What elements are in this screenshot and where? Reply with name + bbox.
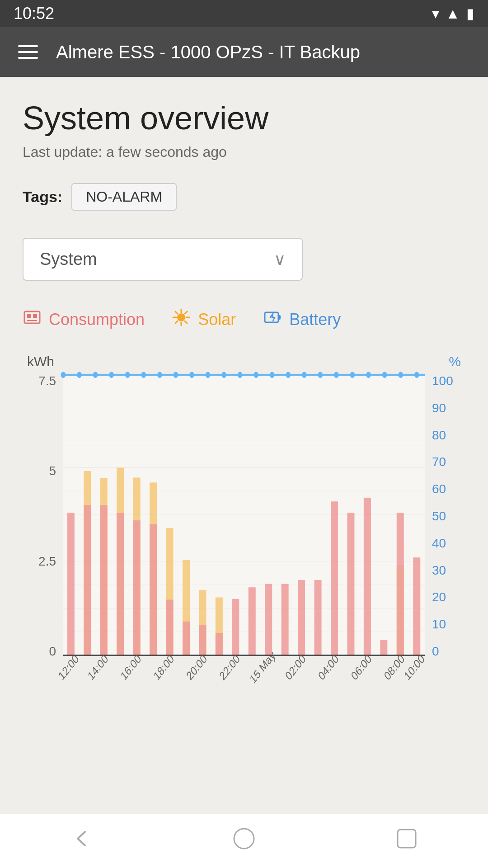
svg-point-87 xyxy=(238,372,243,378)
legend-row: Consumption Solar xyxy=(23,308,465,331)
y-right-100: 100 xyxy=(432,374,453,388)
chart-plot-area: 12:00 14:00 16:00 18:00 20:00 22:00 15 M… xyxy=(63,374,425,690)
svg-rect-62 xyxy=(216,633,223,655)
chart-wrapper: 7.5 5 2.5 0 xyxy=(23,374,465,690)
svg-line-9 xyxy=(175,311,178,314)
svg-rect-59 xyxy=(166,599,174,655)
wifi-icon: ▾ xyxy=(432,5,439,22)
svg-rect-68 xyxy=(314,580,322,655)
consumption-icon xyxy=(23,308,42,331)
chevron-down-icon: ∨ xyxy=(274,250,286,269)
no-alarm-tag[interactable]: NO-ALARM xyxy=(71,183,177,211)
y-left-7.5: 7.5 xyxy=(38,374,56,388)
svg-rect-54 xyxy=(84,505,91,655)
svg-point-98 xyxy=(414,372,419,378)
status-time: 10:52 xyxy=(14,4,432,23)
svg-rect-56 xyxy=(117,513,124,655)
tags-row: Tags: NO-ALARM xyxy=(23,183,465,211)
svg-text:04:00: 04:00 xyxy=(316,652,341,683)
app-bar: Almere ESS - 1000 OPzS - IT Backup xyxy=(0,27,488,77)
legend-battery[interactable]: Battery xyxy=(263,308,341,331)
legend-consumption[interactable]: Consumption xyxy=(23,308,145,331)
y-right-40: 40 xyxy=(432,536,446,551)
battery-icon xyxy=(263,308,282,331)
svg-rect-61 xyxy=(199,625,206,655)
svg-rect-73 xyxy=(397,513,404,655)
svg-point-92 xyxy=(318,372,323,378)
svg-text:08:00: 08:00 xyxy=(382,652,407,683)
svg-rect-67 xyxy=(298,580,305,655)
svg-text:02:00: 02:00 xyxy=(283,652,308,683)
y-right-90: 90 xyxy=(432,401,446,415)
home-icon xyxy=(230,825,258,858)
svg-point-97 xyxy=(398,372,403,378)
svg-rect-60 xyxy=(183,622,190,655)
y-right-70: 70 xyxy=(432,455,446,469)
chart-y-left-label: kWh xyxy=(27,354,54,369)
y-right-60: 60 xyxy=(432,482,446,496)
svg-rect-57 xyxy=(133,520,141,655)
svg-point-82 xyxy=(157,372,162,378)
svg-point-4 xyxy=(177,313,185,321)
svg-rect-72 xyxy=(380,640,387,656)
svg-point-79 xyxy=(109,372,114,378)
y-right-80: 80 xyxy=(432,428,446,443)
svg-text:16:00: 16:00 xyxy=(118,652,143,683)
y-right-30: 30 xyxy=(432,563,446,578)
svg-text:18:00: 18:00 xyxy=(151,652,176,683)
svg-rect-63 xyxy=(232,599,239,655)
svg-point-84 xyxy=(189,372,194,378)
signal-icon: ▲ xyxy=(446,5,460,22)
status-icons: ▾ ▲ ▮ xyxy=(432,5,474,22)
svg-point-83 xyxy=(174,372,178,378)
svg-rect-65 xyxy=(265,584,272,655)
svg-rect-58 xyxy=(150,524,157,656)
y-right-10: 10 xyxy=(432,617,446,632)
svg-rect-74 xyxy=(413,557,420,655)
svg-text:06:00: 06:00 xyxy=(349,652,374,683)
y-left-2.5: 2.5 xyxy=(38,554,56,569)
y-left-5: 5 xyxy=(49,464,56,478)
y-right-20: 20 xyxy=(432,590,446,604)
chart-container: kWh % 7.5 5 2.5 0 xyxy=(23,354,465,690)
y-right-0: 0 xyxy=(432,644,439,659)
svg-point-95 xyxy=(366,372,371,378)
svg-point-76 xyxy=(61,372,66,378)
legend-solar[interactable]: Solar xyxy=(172,308,236,331)
svg-point-90 xyxy=(286,372,291,378)
bottom-nav xyxy=(0,814,488,868)
main-content: System overview Last update: a few secon… xyxy=(0,77,488,708)
svg-text:14:00: 14:00 xyxy=(85,652,110,683)
page-title: System overview xyxy=(23,99,465,137)
svg-rect-1 xyxy=(27,314,31,318)
last-update-text: Last update: a few seconds ago xyxy=(23,144,465,160)
battery-charging-icon: ▮ xyxy=(466,5,474,22)
svg-point-81 xyxy=(141,372,146,378)
svg-rect-69 xyxy=(331,501,338,655)
svg-point-88 xyxy=(253,372,258,378)
status-bar: 10:52 ▾ ▲ ▮ xyxy=(0,0,488,27)
svg-point-112 xyxy=(234,829,254,849)
consumption-label: Consumption xyxy=(49,310,145,329)
menu-icon xyxy=(393,825,420,858)
nav-menu-button[interactable] xyxy=(393,825,420,858)
svg-text:10:00: 10:00 xyxy=(402,652,427,683)
svg-line-10 xyxy=(185,321,187,323)
chart-y-axis-left: 7.5 5 2.5 0 xyxy=(23,374,63,690)
svg-point-94 xyxy=(350,372,355,378)
system-dropdown[interactable]: System ∨ xyxy=(23,238,303,281)
svg-text:20:00: 20:00 xyxy=(184,652,209,683)
nav-back-button[interactable] xyxy=(68,825,95,858)
svg-rect-71 xyxy=(364,498,371,655)
nav-home-button[interactable] xyxy=(230,825,258,858)
svg-rect-66 xyxy=(282,584,289,655)
y-right-50: 50 xyxy=(432,509,446,524)
svg-point-93 xyxy=(334,372,339,378)
chart-axes-labels: kWh % xyxy=(23,354,465,369)
svg-point-85 xyxy=(206,372,211,378)
svg-rect-2 xyxy=(33,314,37,318)
hamburger-menu-button[interactable] xyxy=(18,45,38,59)
chart-svg: 12:00 14:00 16:00 18:00 20:00 22:00 15 M… xyxy=(63,374,425,690)
solar-icon xyxy=(172,308,191,331)
svg-rect-64 xyxy=(249,587,256,655)
